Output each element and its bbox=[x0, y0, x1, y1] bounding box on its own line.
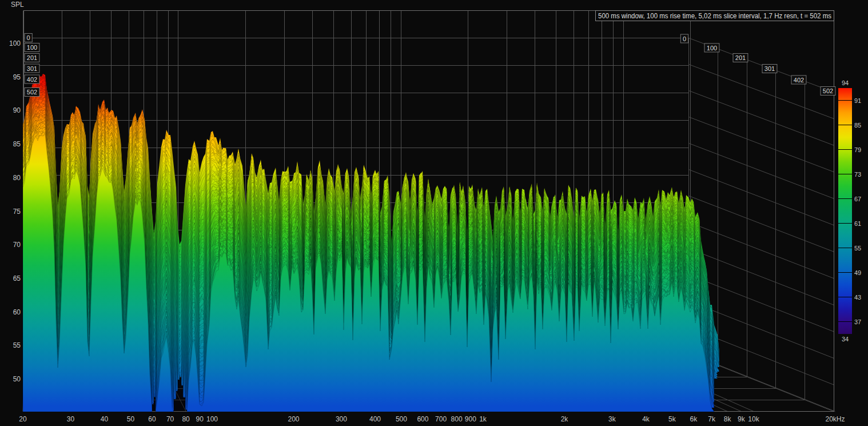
svg-text:65: 65 bbox=[13, 274, 21, 282]
svg-text:10k: 10k bbox=[748, 415, 759, 423]
svg-text:50: 50 bbox=[127, 415, 135, 423]
svg-text:7k: 7k bbox=[708, 415, 716, 423]
svg-text:300: 300 bbox=[336, 415, 347, 423]
svg-text:800: 800 bbox=[451, 415, 463, 423]
svg-text:700: 700 bbox=[435, 415, 447, 423]
svg-text:37: 37 bbox=[854, 318, 861, 325]
svg-text:43: 43 bbox=[854, 294, 861, 301]
svg-text:9k: 9k bbox=[738, 415, 746, 423]
svg-text:6k: 6k bbox=[690, 415, 698, 423]
svg-text:73: 73 bbox=[854, 171, 861, 178]
svg-text:600: 600 bbox=[417, 415, 428, 423]
svg-text:8k: 8k bbox=[724, 415, 732, 423]
svg-text:80: 80 bbox=[13, 174, 21, 182]
svg-text:301: 301 bbox=[765, 65, 775, 72]
svg-text:30: 30 bbox=[67, 415, 75, 423]
svg-text:201: 201 bbox=[27, 54, 37, 61]
svg-text:SPL: SPL bbox=[11, 1, 24, 9]
svg-text:301: 301 bbox=[27, 65, 37, 72]
svg-text:2k: 2k bbox=[561, 415, 569, 423]
svg-text:20kHz: 20kHz bbox=[825, 415, 845, 423]
svg-text:90: 90 bbox=[196, 415, 204, 423]
svg-text:502: 502 bbox=[27, 89, 37, 95]
svg-text:0: 0 bbox=[27, 34, 30, 41]
svg-text:94: 94 bbox=[842, 79, 849, 86]
svg-text:900: 900 bbox=[465, 415, 476, 423]
svg-text:67: 67 bbox=[854, 196, 861, 202]
svg-text:91: 91 bbox=[854, 97, 861, 104]
svg-text:70: 70 bbox=[13, 241, 21, 249]
svg-text:60: 60 bbox=[13, 308, 21, 316]
svg-text:85: 85 bbox=[13, 140, 21, 148]
svg-text:55: 55 bbox=[854, 245, 861, 252]
svg-text:49: 49 bbox=[854, 269, 861, 276]
svg-text:201: 201 bbox=[735, 54, 746, 61]
svg-text:502: 502 bbox=[823, 87, 833, 94]
svg-text:1k: 1k bbox=[479, 415, 487, 423]
svg-text:3k: 3k bbox=[608, 415, 616, 423]
svg-text:60: 60 bbox=[148, 415, 156, 423]
svg-text:75: 75 bbox=[13, 208, 21, 216]
svg-text:5k: 5k bbox=[668, 415, 676, 423]
svg-text:500: 500 bbox=[396, 415, 407, 423]
svg-text:100: 100 bbox=[9, 39, 21, 47]
svg-text:70: 70 bbox=[166, 415, 174, 423]
svg-text:95: 95 bbox=[13, 73, 21, 81]
svg-text:100: 100 bbox=[206, 415, 218, 423]
svg-text:80: 80 bbox=[182, 415, 190, 423]
svg-text:402: 402 bbox=[794, 77, 804, 83]
svg-text:90: 90 bbox=[13, 106, 21, 114]
svg-text:0: 0 bbox=[683, 35, 686, 42]
svg-text:55: 55 bbox=[13, 341, 21, 349]
svg-text:402: 402 bbox=[27, 76, 37, 83]
svg-text:100: 100 bbox=[707, 45, 717, 51]
svg-text:100: 100 bbox=[27, 44, 37, 51]
svg-text:79: 79 bbox=[854, 146, 861, 153]
svg-text:61: 61 bbox=[854, 220, 861, 227]
svg-text:85: 85 bbox=[854, 122, 861, 129]
svg-text:400: 400 bbox=[369, 415, 381, 423]
svg-text:40: 40 bbox=[101, 415, 109, 423]
svg-text:20: 20 bbox=[19, 415, 27, 423]
svg-text:34: 34 bbox=[842, 336, 849, 343]
svg-text:200: 200 bbox=[288, 415, 299, 423]
svg-text:50: 50 bbox=[13, 375, 21, 383]
svg-text:4k: 4k bbox=[642, 415, 650, 423]
svg-text:500 ms window, 100 ms rise tim: 500 ms window, 100 ms rise time, 5,02 ms… bbox=[598, 12, 831, 20]
